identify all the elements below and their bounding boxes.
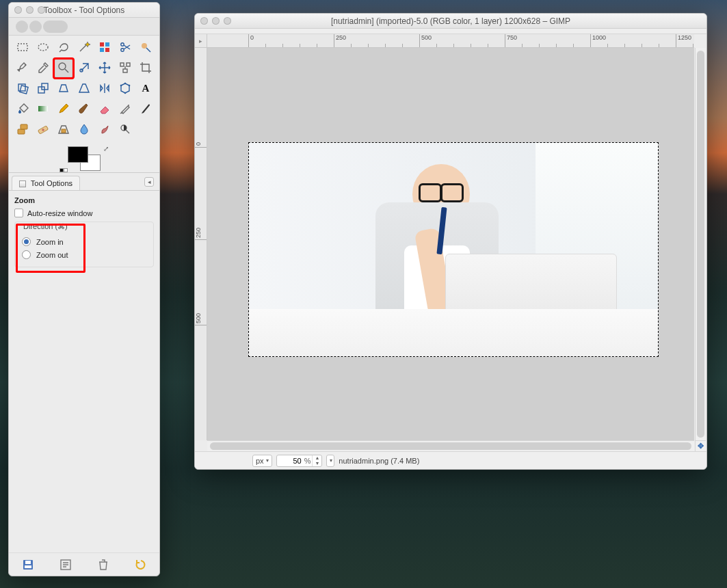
canvas-area[interactable] [207, 48, 694, 440]
zoom-out-radio[interactable]: Zoom out [15, 248, 153, 261]
tool-by-color-select[interactable] [95, 38, 114, 57]
tool-bucket-fill[interactable] [13, 100, 32, 119]
tool-cage[interactable] [116, 79, 135, 98]
tool-foreground-select[interactable] [136, 38, 155, 57]
close-icon[interactable] [14, 6, 22, 14]
eraser-icon [98, 102, 111, 117]
tool-ellipse-select[interactable] [34, 38, 53, 57]
tool-rect-select[interactable] [13, 38, 32, 57]
ruler-tick: 250 [195, 228, 207, 240]
perspective-icon [77, 81, 91, 96]
toolbox-window: Toolbox - Tool Options A ⤢ Tool Options … [8, 2, 160, 576]
chevron-down-icon: ▾ [330, 457, 332, 464]
restore-tool-options-icon[interactable] [59, 558, 72, 572]
image-window-menubar[interactable] [195, 29, 706, 34]
tool-shear[interactable] [54, 79, 73, 98]
tool-move[interactable] [95, 59, 114, 78]
unit-dropdown[interactable]: px ▾ [252, 455, 272, 467]
airbrush-icon [118, 102, 132, 117]
vertical-scrollbar[interactable] [695, 48, 706, 440]
svg-point-25 [128, 105, 129, 106]
ruler-origin-icon[interactable]: ▸ [195, 34, 207, 48]
svg-rect-24 [38, 106, 48, 111]
checkbox-icon [14, 209, 23, 217]
tool-align[interactable] [116, 59, 135, 78]
horizontal-ruler[interactable]: 025050075010001250 [207, 34, 694, 48]
toolbox-titlebar[interactable]: Toolbox - Tool Options [9, 3, 159, 18]
measure-icon [77, 61, 91, 76]
tool-scissors[interactable] [116, 38, 135, 57]
tab-tool-options[interactable]: Tool Options [12, 176, 80, 190]
svg-rect-27 [21, 124, 27, 129]
delete-tool-options-icon[interactable] [96, 558, 110, 572]
zoom-input[interactable] [277, 457, 303, 465]
tool-measure[interactable] [75, 59, 94, 78]
svg-rect-0 [18, 44, 27, 51]
foreground-select-icon [139, 40, 153, 55]
zoom-spinner[interactable]: % ▲▼ [276, 455, 323, 467]
tool-zoom[interactable] [54, 59, 73, 78]
tool-dodge-burn[interactable] [116, 120, 135, 139]
rotate-icon [16, 81, 29, 96]
tool-paths[interactable] [13, 59, 32, 78]
tool-free-select[interactable] [54, 38, 73, 57]
align-icon [118, 61, 132, 76]
close-icon[interactable] [200, 17, 208, 25]
minimize-icon[interactable] [212, 17, 220, 25]
navigation-icon[interactable]: ✥ [695, 440, 706, 451]
tool-perspective-clone[interactable] [54, 120, 73, 139]
tool-flip[interactable] [95, 79, 114, 98]
tool-blend[interactable] [34, 100, 53, 119]
tool-color-picker[interactable] [34, 59, 53, 78]
vertical-ruler[interactable]: 0250500 [195, 48, 207, 440]
reset-tool-options-icon[interactable] [134, 558, 148, 572]
tool-paintbrush[interactable] [75, 100, 94, 119]
horizontal-scrollbar[interactable] [207, 440, 694, 451]
rect-select-icon [16, 40, 29, 55]
collapse-icon[interactable]: ◂ [144, 177, 154, 187]
image-window-titlebar[interactable]: [nutriadmin] (imported)-5.0 (RGB color, … [195, 14, 706, 29]
zoom-in-radio[interactable]: Zoom in [15, 235, 153, 248]
minimize-icon[interactable] [26, 6, 34, 14]
wilber-header [9, 18, 159, 36]
tool-text[interactable]: A [136, 79, 155, 98]
svg-point-10 [59, 63, 66, 70]
spin-down-icon[interactable]: ▼ [313, 461, 321, 466]
zoom-suffix: % [303, 457, 313, 465]
move-icon [98, 61, 111, 76]
tool-perspective[interactable] [75, 79, 94, 98]
ink-icon [139, 102, 153, 117]
tool-clone[interactable] [13, 120, 32, 139]
image-boundary [248, 142, 659, 357]
zoom-dropdown[interactable]: ▾ [326, 455, 334, 467]
swap-colors-icon[interactable]: ⤢ [103, 145, 109, 152]
svg-rect-16 [20, 85, 28, 94]
tool-eraser[interactable] [95, 100, 114, 119]
tool-scale[interactable] [34, 79, 53, 98]
tool-rotate[interactable] [13, 79, 32, 98]
tool-fuzzy-select[interactable] [75, 38, 94, 57]
svg-rect-33 [25, 565, 31, 568]
ruler-tick: 0 [248, 34, 254, 47]
tool-ink[interactable] [136, 100, 155, 119]
tool-crop[interactable] [136, 59, 155, 78]
dodge-burn-icon [118, 122, 132, 137]
radio-checked-icon [22, 237, 31, 246]
flip-icon [98, 81, 111, 96]
auto-resize-checkbox[interactable]: Auto-resize window [14, 209, 154, 217]
default-colors-icon[interactable] [60, 168, 68, 172]
zoom-window-icon[interactable] [38, 6, 45, 14]
bucket-fill-icon [16, 102, 29, 117]
save-tool-options-icon[interactable] [21, 558, 35, 572]
tool-airbrush[interactable] [116, 100, 135, 119]
spin-up-icon[interactable]: ▲ [313, 455, 321, 461]
color-swatches[interactable]: ⤢ [9, 144, 159, 172]
svg-rect-13 [127, 63, 130, 66]
foreground-color[interactable] [68, 146, 88, 163]
tool-heal[interactable] [34, 120, 53, 139]
zoom-window-icon[interactable] [224, 17, 231, 25]
ruler-tick: 250 [334, 34, 346, 47]
tool-blur-sharpen[interactable] [75, 120, 94, 139]
tool-smudge[interactable] [95, 120, 114, 139]
tool-pencil[interactable] [54, 100, 73, 119]
